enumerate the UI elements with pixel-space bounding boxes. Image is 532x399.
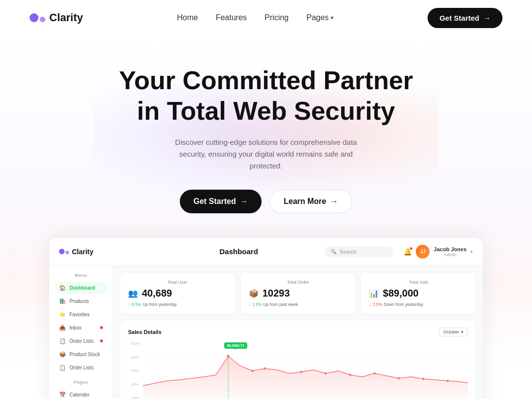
chart-header: Sales Details October ▾ bbox=[128, 328, 468, 336]
avatar: JJ bbox=[416, 245, 430, 259]
arrow-icon: → bbox=[240, 197, 248, 206]
sidebar-pages-label: Pages bbox=[55, 380, 107, 385]
logo-text: Clarity bbox=[49, 11, 83, 24]
chevron-down-icon: ▾ bbox=[461, 330, 464, 334]
order-lists2-icon: 📋 bbox=[59, 365, 66, 371]
chart-card: Sales Details October ▾ 100% 80% 60% 40% bbox=[120, 321, 476, 399]
sidebar-item-dashboard[interactable]: 🏠 Dashboard bbox=[55, 282, 107, 294]
dash-logo-icon bbox=[59, 249, 69, 254]
sidebar-item-calendar[interactable]: 📅 Calender bbox=[55, 389, 107, 399]
inbox-icon: 📥 bbox=[59, 325, 66, 331]
svg-point-9 bbox=[325, 372, 327, 374]
dashboard-search[interactable]: 🔍 Search bbox=[325, 246, 394, 257]
chart-y-labels: 100% 80% 60% 40% 20% bbox=[128, 341, 142, 399]
dashboard-logo: Clarity bbox=[59, 248, 123, 256]
svg-point-8 bbox=[300, 370, 302, 373]
chevron-down-icon: ▾ bbox=[470, 249, 473, 254]
dashboard-main: Total User 👥 40,689 ↑8.5%Up from yesterd… bbox=[113, 266, 483, 399]
svg-point-6 bbox=[252, 369, 254, 372]
nav-pages[interactable]: Pages ▾ bbox=[306, 13, 333, 22]
stat-card-total-sale: Total Sale 📊 $89,000 ↓2.5%Down from yest… bbox=[361, 273, 476, 314]
stat-change-sale: ↓2.5%Down from yesterday bbox=[369, 302, 468, 307]
chart-tooltip: $6,3584.71 bbox=[224, 342, 247, 349]
stat-label-order: Total Order bbox=[249, 280, 348, 285]
user-info: Jacob Jones Admin bbox=[433, 246, 466, 257]
svg-point-12 bbox=[398, 377, 400, 379]
bell-icon[interactable]: 🔔 bbox=[403, 248, 412, 256]
hero-get-started-button[interactable]: Get Started → bbox=[180, 190, 262, 213]
hero-title: Your Committed Partner in Total Web Secu… bbox=[118, 65, 414, 127]
stat-change-order: ↑1.3%Up from past week bbox=[249, 302, 348, 307]
users-icon: 👥 bbox=[128, 289, 138, 298]
hero-buttons: Get Started → Learn More → bbox=[30, 190, 502, 213]
chart-title: Sales Details bbox=[128, 329, 162, 335]
svg-point-13 bbox=[422, 377, 424, 380]
dashboard-header: Clarity Dashboard 🔍 Search 🔔 JJ Jacob Jo… bbox=[49, 238, 483, 266]
svg-point-10 bbox=[349, 373, 351, 376]
svg-point-7 bbox=[264, 367, 266, 369]
arrow-icon: → bbox=[483, 14, 491, 22]
stat-value-order: 10293 bbox=[263, 288, 290, 299]
sidebar-item-inbox[interactable]: 📥 Inbox bbox=[55, 322, 107, 334]
hero-subtitle: Discover cutting-edge solutions for comp… bbox=[172, 136, 360, 172]
stat-label-user: Total User bbox=[128, 280, 227, 285]
stat-change-user: ↑8.5%Up from yesterday bbox=[128, 302, 227, 307]
sidebar-menu-label: Menu bbox=[55, 273, 107, 278]
nav-cta-button[interactable]: Get Started → bbox=[428, 8, 502, 28]
chart-container: 100% 80% 60% 40% 20% $6,3584.71 bbox=[128, 341, 468, 399]
order-icon: 📦 bbox=[249, 289, 259, 298]
products-icon: 🛍️ bbox=[59, 298, 66, 304]
sidebar-item-order-lists-2[interactable]: 📋 Order Lists bbox=[55, 362, 107, 374]
stats-row: Total User 👥 40,689 ↑8.5%Up from yesterd… bbox=[120, 273, 476, 314]
stat-card-total-order: Total Order 📦 10293 ↑1.3%Up from past we… bbox=[241, 273, 356, 314]
sidebar-item-favorites[interactable]: ⭐ Favorites bbox=[55, 308, 107, 321]
svg-point-11 bbox=[373, 372, 375, 374]
order-lists-badge bbox=[100, 339, 103, 342]
chevron-down-icon: ▾ bbox=[331, 14, 333, 21]
nav-features[interactable]: Features bbox=[216, 13, 247, 22]
stat-value-user: 40,689 bbox=[142, 288, 172, 299]
chart-area: $6,3584.71 bbox=[143, 341, 468, 399]
nav-home[interactable]: Home bbox=[177, 13, 198, 22]
order-lists-icon: 📋 bbox=[59, 338, 66, 344]
logo-icon bbox=[30, 13, 45, 22]
dashboard-title: Dashboard bbox=[153, 247, 325, 256]
dashboard-preview: Clarity Dashboard 🔍 Search 🔔 JJ Jacob Jo… bbox=[49, 238, 483, 399]
sales-icon: 📊 bbox=[369, 289, 379, 298]
stat-label-sale: Total Sale bbox=[369, 280, 468, 285]
product-stock-icon: 📦 bbox=[59, 351, 66, 358]
dashboard-icon: 🏠 bbox=[59, 285, 66, 291]
nav-pricing[interactable]: Pricing bbox=[265, 13, 289, 22]
svg-point-14 bbox=[447, 379, 449, 382]
dashboard-body: Menu 🏠 Dashboard 🛍️ Products ⭐ Favorites… bbox=[49, 266, 483, 399]
favorites-icon: ⭐ bbox=[59, 311, 66, 318]
hero-section: Your Committed Partner in Total Web Secu… bbox=[0, 35, 532, 399]
navbar: Clarity Home Features Pricing Pages ▾ Ge… bbox=[0, 0, 532, 35]
stat-card-total-user: Total User 👥 40,689 ↑8.5%Up from yesterd… bbox=[120, 273, 235, 314]
sidebar-item-product-stock[interactable]: 📦 Product Stock bbox=[55, 348, 107, 361]
chart-filter-button[interactable]: October ▾ bbox=[439, 328, 468, 336]
stat-value-sale: $89,000 bbox=[383, 288, 418, 299]
calendar-icon: 📅 bbox=[59, 392, 66, 398]
search-icon: 🔍 bbox=[331, 249, 336, 254]
sidebar-item-products[interactable]: 🛍️ Products bbox=[55, 295, 107, 307]
hero-learn-more-button[interactable]: Learn More → bbox=[269, 190, 352, 213]
dashboard-sidebar: Menu 🏠 Dashboard 🛍️ Products ⭐ Favorites… bbox=[49, 266, 113, 399]
dashboard-user: 🔔 JJ Jacob Jones Admin ▾ bbox=[403, 245, 473, 259]
sidebar-item-order-lists[interactable]: 📋 Order Lists bbox=[55, 335, 107, 347]
inbox-badge bbox=[100, 326, 103, 329]
nav-links: Home Features Pricing Pages ▾ bbox=[177, 13, 333, 22]
arrow-icon: → bbox=[330, 197, 338, 206]
logo[interactable]: Clarity bbox=[30, 11, 83, 24]
